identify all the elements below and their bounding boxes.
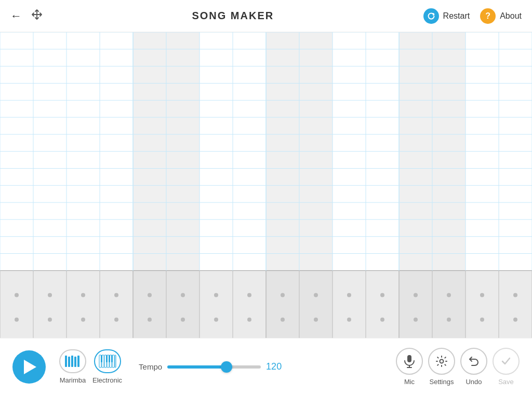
svg-rect-104 xyxy=(109,355,110,362)
grid-svg xyxy=(0,32,532,338)
restart-button[interactable]: Restart xyxy=(423,8,470,24)
svg-point-58 xyxy=(48,293,52,297)
mic-button[interactable]: Mic xyxy=(396,348,423,386)
svg-point-73 xyxy=(15,318,19,322)
svg-point-81 xyxy=(281,318,285,322)
svg-point-59 xyxy=(81,293,85,297)
svg-point-72 xyxy=(513,293,517,297)
svg-point-61 xyxy=(148,293,152,297)
svg-point-77 xyxy=(148,318,152,322)
svg-rect-102 xyxy=(101,355,102,362)
svg-point-66 xyxy=(314,293,318,297)
svg-point-80 xyxy=(247,318,251,322)
tempo-label: Tempo xyxy=(139,362,162,371)
save-icon-circle xyxy=(493,348,520,375)
svg-point-85 xyxy=(414,318,418,322)
mic-icon-circle xyxy=(396,348,423,375)
grid-area[interactable] xyxy=(0,32,532,338)
svg-point-76 xyxy=(114,318,118,322)
save-button[interactable]: Save xyxy=(493,348,520,386)
svg-rect-101 xyxy=(115,355,116,367)
svg-point-63 xyxy=(214,293,218,297)
svg-rect-106 xyxy=(407,355,411,362)
marimba-icon-box xyxy=(59,349,86,373)
tempo-slider[interactable] xyxy=(167,365,261,369)
svg-point-86 xyxy=(447,318,451,322)
undo-button[interactable]: Undo xyxy=(460,348,487,386)
settings-icon xyxy=(435,355,448,367)
icon-btn-group: Mic Settings Undo xyxy=(396,348,520,386)
instrument-group: Marimba xyxy=(59,349,122,384)
restart-label: Restart xyxy=(443,11,470,21)
svg-point-57 xyxy=(15,293,19,297)
svg-point-70 xyxy=(447,293,451,297)
about-button[interactable]: ? About xyxy=(480,8,522,24)
svg-point-60 xyxy=(114,293,118,297)
svg-rect-92 xyxy=(74,357,76,367)
svg-point-84 xyxy=(380,318,384,322)
marimba-icon xyxy=(64,354,81,369)
header-left: ← xyxy=(10,9,43,23)
svg-rect-93 xyxy=(77,356,79,367)
app-header: ← SONG MAKER Restart ? About xyxy=(0,0,532,32)
electronic-button[interactable]: Electronic xyxy=(92,349,122,384)
about-label: About xyxy=(500,11,522,21)
svg-point-69 xyxy=(414,293,418,297)
svg-rect-90 xyxy=(68,357,70,367)
svg-point-82 xyxy=(314,318,318,322)
electronic-icon xyxy=(99,355,116,368)
svg-point-75 xyxy=(81,318,85,322)
electronic-icon-box xyxy=(94,349,121,373)
save-icon xyxy=(500,356,512,367)
restart-icon xyxy=(423,8,439,24)
svg-point-83 xyxy=(347,318,351,322)
svg-rect-89 xyxy=(65,356,67,367)
svg-point-78 xyxy=(181,318,185,322)
mic-label: Mic xyxy=(404,378,415,386)
svg-point-65 xyxy=(281,293,285,297)
about-icon: ? xyxy=(480,8,496,24)
back-button[interactable]: ← xyxy=(10,10,22,22)
undo-icon xyxy=(468,355,480,367)
tempo-track xyxy=(167,365,261,369)
mic-icon xyxy=(404,355,415,368)
svg-point-109 xyxy=(440,360,444,363)
svg-point-64 xyxy=(247,293,251,297)
svg-point-79 xyxy=(214,318,218,322)
settings-icon-circle xyxy=(428,348,455,375)
header-right: Restart ? About xyxy=(423,8,522,24)
tempo-group: Tempo 120 xyxy=(139,361,287,372)
svg-rect-103 xyxy=(106,355,108,362)
undo-icon-circle xyxy=(460,348,487,375)
svg-point-71 xyxy=(480,293,484,297)
play-button[interactable] xyxy=(12,350,46,384)
svg-point-67 xyxy=(347,293,351,297)
settings-button[interactable]: Settings xyxy=(428,348,455,386)
electronic-label: Electronic xyxy=(92,376,122,384)
svg-point-88 xyxy=(513,318,517,322)
tempo-value: 120 xyxy=(266,361,287,372)
page-title: SONG MAKER xyxy=(192,10,274,22)
svg-rect-91 xyxy=(71,356,73,367)
svg-rect-105 xyxy=(111,355,113,362)
toolbar: Marimba xyxy=(0,338,532,395)
settings-label: Settings xyxy=(430,378,454,386)
marimba-label: Marimba xyxy=(60,376,86,384)
marimba-button[interactable]: Marimba xyxy=(59,349,86,384)
undo-label: Undo xyxy=(466,378,482,386)
tempo-thumb xyxy=(221,361,232,373)
save-label: Save xyxy=(498,378,514,386)
play-icon xyxy=(24,360,36,374)
svg-point-87 xyxy=(480,318,484,322)
svg-point-62 xyxy=(181,293,185,297)
svg-point-74 xyxy=(48,318,52,322)
move-icon[interactable] xyxy=(31,9,43,23)
svg-point-68 xyxy=(380,293,384,297)
